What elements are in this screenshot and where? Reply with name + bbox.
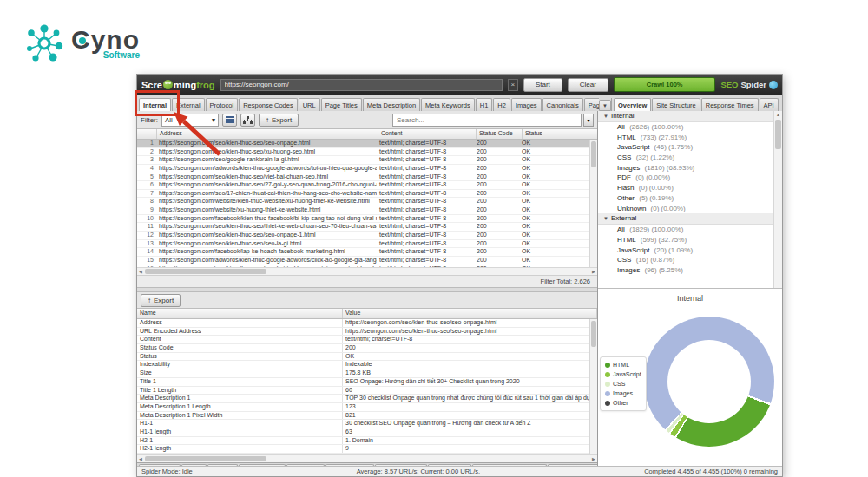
details-row[interactable]: H2-1 length 9 bbox=[137, 445, 597, 454]
main-tab[interactable]: H1 bbox=[476, 98, 493, 111]
table-horizontal-scrollbar[interactable]: ◀ ▶ bbox=[137, 267, 597, 275]
overview-group-internal[interactable]: ▼Internal bbox=[598, 111, 774, 122]
overview-item-label: Flash bbox=[617, 184, 635, 192]
cell-status-code: 200 bbox=[474, 206, 519, 214]
scroll-right-icon[interactable]: ▶ bbox=[590, 455, 597, 462]
main-tab[interactable]: Page Titles bbox=[321, 98, 362, 111]
filter-total: Filter Total: 2,626 bbox=[137, 275, 597, 287]
detail-value: 63 bbox=[343, 428, 597, 436]
details-row[interactable]: H1-1 30 checklist SEO Onpage quan trọng … bbox=[137, 420, 597, 428]
details-row[interactable]: URL Encoded Address https://seongon.com/… bbox=[137, 328, 597, 337]
details-row[interactable]: Meta Description 1 TOP 30 checklist Onpa… bbox=[137, 395, 597, 403]
scroll-left-icon[interactable]: ◀ bbox=[137, 268, 144, 275]
overview-item-label: JavaScript bbox=[617, 143, 649, 151]
table-row[interactable]: 8 https://seongon.com/website/kien-thuc-… bbox=[137, 198, 597, 206]
right-panel-tab[interactable]: Site Structure bbox=[652, 98, 700, 111]
table-row[interactable]: 13 https://seongon.com/seo/kien-thuc-seo… bbox=[137, 240, 597, 249]
details-column-name[interactable]: Name bbox=[137, 309, 343, 318]
main-tab[interactable]: Response Codes bbox=[239, 98, 298, 111]
overview-item[interactable]: Images (1810) (68.93%) bbox=[598, 163, 774, 173]
detail-value: OK bbox=[343, 353, 597, 361]
details-row[interactable]: Size 175.8 KB bbox=[137, 369, 597, 378]
detail-value: 60 bbox=[343, 387, 597, 395]
table-row[interactable]: 5 https://seongon.com/seo/kien-thuc-seo/… bbox=[137, 173, 597, 182]
main-tab[interactable]: Images bbox=[511, 98, 542, 111]
scrollbar-thumb[interactable] bbox=[591, 141, 596, 167]
table-row[interactable]: 9 https://seongon.com/website/xu-huong-t… bbox=[137, 206, 597, 215]
right-panel-tab[interactable]: Response Times bbox=[701, 98, 759, 111]
overview-item[interactable]: HTML (733) (27.91%) bbox=[598, 133, 774, 143]
search-options-button[interactable]: ▾ bbox=[583, 114, 594, 127]
details-row[interactable]: H2-1 1. Domain bbox=[137, 437, 597, 446]
details-export-button[interactable]: ↑ Export bbox=[141, 294, 181, 307]
scroll-up-icon[interactable]: ▲ bbox=[774, 111, 782, 118]
details-column-value[interactable]: Value bbox=[343, 309, 597, 318]
overview-item[interactable]: Images (96) (5.25%) bbox=[598, 265, 774, 276]
main-tab[interactable]: URL bbox=[299, 98, 320, 111]
details-horizontal-scrollbar[interactable]: ◀ ▶ bbox=[137, 454, 597, 462]
overview-item[interactable]: JavaScript (46) (1.75%) bbox=[598, 142, 774, 153]
main-tab[interactable]: Pagination bbox=[584, 98, 599, 111]
cell-content: text/html; charset=UTF-8 bbox=[377, 198, 474, 206]
table-row[interactable]: 11 https://seongon.com/seo/kien-thuc-seo… bbox=[137, 223, 597, 232]
right-panel-tab[interactable]: Overview bbox=[614, 98, 651, 111]
details-row[interactable]: Content text/html; charset=UTF-8 bbox=[137, 336, 597, 344]
right-panel-tab[interactable]: API bbox=[760, 98, 779, 111]
overview-item[interactable]: CSS (16) (0.87%) bbox=[598, 255, 774, 265]
details-row[interactable]: H1-1 length 63 bbox=[137, 428, 597, 437]
overview-item[interactable]: HTML (599) (32.75%) bbox=[598, 235, 774, 245]
overview-item[interactable]: Other (5) (0.19%) bbox=[598, 193, 774, 204]
details-row[interactable]: Meta Description 1 Pixel Width 821 bbox=[137, 412, 597, 421]
overview-item[interactable]: All (2626) (100.00%) bbox=[598, 122, 774, 133]
column-header-status-code[interactable]: Status Code bbox=[477, 129, 523, 139]
overview-item[interactable]: Flash (0) (0.00%) bbox=[598, 183, 774, 193]
tab-overflow-button[interactable]: ▼ bbox=[599, 100, 611, 111]
cell-status-code: 200 bbox=[474, 198, 519, 206]
main-tab[interactable]: H2 bbox=[493, 98, 510, 111]
details-row[interactable]: Status OK bbox=[137, 353, 597, 362]
table-row[interactable]: 7 https://seongon.com/seo/17-chien-thuat… bbox=[137, 190, 597, 199]
details-row[interactable]: Indexability Indexable bbox=[137, 361, 597, 369]
main-tab[interactable]: Meta Description bbox=[363, 98, 420, 111]
detail-name: H2-1 length bbox=[137, 445, 343, 453]
table-row[interactable]: 10 https://seongon.com/facebook/kien-thu… bbox=[137, 215, 597, 224]
table-row[interactable]: 14 https://seongon.com/facebook/lap-ke-h… bbox=[137, 248, 597, 257]
scrollbar-thumb[interactable] bbox=[591, 321, 596, 347]
overview-item[interactable]: All (1829) (100.00%) bbox=[598, 225, 774, 235]
cell-address: https://seongon.com/adwords/kien-thuc-go… bbox=[156, 257, 377, 265]
detail-value: 30 checklist SEO Onpage quan trọng – Hướ… bbox=[343, 420, 597, 428]
overview-item[interactable]: CSS (32) (1.22%) bbox=[598, 153, 774, 163]
column-header-content[interactable]: Content bbox=[378, 129, 477, 139]
row-number: 9 bbox=[137, 206, 156, 214]
details-row[interactable]: Title 1 SEO Onpage: Hướng dẫn chi tiết 3… bbox=[137, 378, 597, 387]
scrollbar-thumb[interactable] bbox=[775, 120, 781, 149]
clear-url-button[interactable]: × bbox=[508, 79, 518, 91]
url-input[interactable] bbox=[220, 79, 503, 91]
overview-item[interactable]: PDF (0) (0.00%) bbox=[598, 173, 774, 183]
overview-group-external[interactable]: ▼External bbox=[598, 213, 774, 225]
details-row[interactable]: Title 1 Length 60 bbox=[137, 387, 597, 395]
overview-scrollbar[interactable]: ▲ bbox=[773, 111, 782, 288]
table-row[interactable]: 12 https://seongon.com/seo/kien-thuc-seo… bbox=[137, 232, 597, 240]
export-button[interactable]: ↑ Export bbox=[259, 114, 299, 127]
scrollbar-thumb[interactable] bbox=[145, 456, 266, 461]
details-row[interactable]: Status Code 200 bbox=[137, 344, 597, 353]
main-tab[interactable]: Canonicals bbox=[542, 98, 583, 111]
clear-button[interactable]: Clear bbox=[568, 78, 608, 92]
details-vertical-scrollbar[interactable] bbox=[589, 319, 597, 454]
scroll-left-icon[interactable]: ◀ bbox=[137, 455, 144, 462]
details-row[interactable]: Address https://seongon.com/seo/kien-thu… bbox=[137, 319, 597, 328]
column-header-status[interactable]: Status bbox=[523, 129, 602, 139]
start-button[interactable]: Start bbox=[523, 78, 562, 92]
overview-item[interactable]: JavaScript (20) (1.09%) bbox=[598, 245, 774, 256]
details-row[interactable]: Meta Description 1 Length 123 bbox=[137, 403, 597, 412]
scroll-right-icon[interactable]: ▶ bbox=[590, 268, 597, 275]
search-input[interactable] bbox=[392, 114, 582, 127]
table-row[interactable]: 6 https://seongon.com/seo/kien-thuc-seo/… bbox=[137, 181, 597, 190]
main-tab[interactable]: Meta Keywords bbox=[421, 98, 475, 111]
tree-view-button[interactable] bbox=[240, 114, 255, 127]
overview-item[interactable]: Unknown (0) (0.00%) bbox=[598, 204, 774, 214]
table-vertical-scrollbar[interactable] bbox=[589, 140, 597, 267]
table-row[interactable]: 15 https://seongon.com/adwords/kien-thuc… bbox=[137, 257, 597, 265]
scrollbar-thumb[interactable] bbox=[145, 269, 266, 274]
